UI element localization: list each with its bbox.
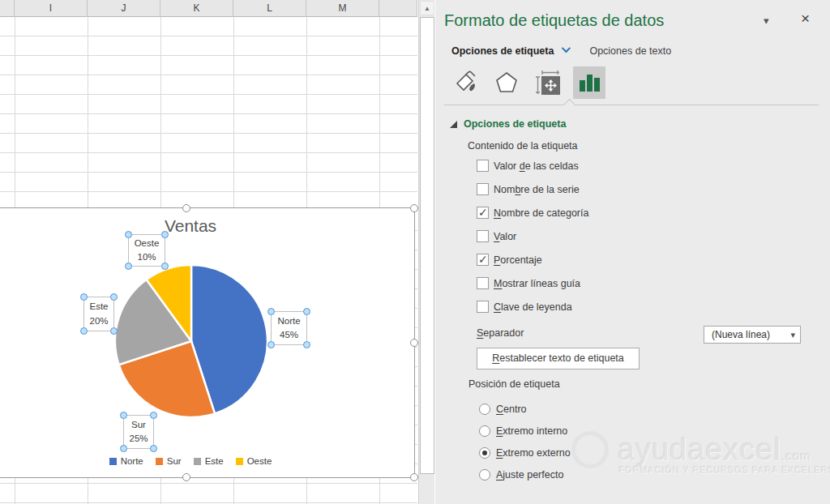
legend-swatch <box>194 458 201 465</box>
tab-opciones-de-texto[interactable]: Opciones de texto <box>589 45 671 57</box>
selected-tab-notch <box>563 99 576 112</box>
format-data-labels-pane: Formato de etiquetas de datos ▾ × Opcion… <box>435 0 830 504</box>
column-header-partial[interactable] <box>0 0 15 17</box>
chart-options-icon[interactable] <box>573 66 605 99</box>
column-headers: I J K L M <box>0 0 417 17</box>
pane-divider <box>444 105 819 105</box>
close-icon[interactable]: × <box>801 10 810 28</box>
radio-ajuste-perfecto[interactable]: Ajuste perfecto <box>479 469 563 481</box>
effects-icon[interactable] <box>490 66 523 99</box>
pentagon-icon <box>494 70 520 96</box>
restablecer-texto-button[interactable]: Restablecer texto de etiqueta <box>477 348 640 369</box>
checkbox-valor-de-las-celdas[interactable]: Valor de las celdas <box>477 160 579 172</box>
group-contenido-label: Contenido de la etiqueta <box>468 140 578 152</box>
selection-handle[interactable] <box>150 445 157 452</box>
radio-extremo-externo[interactable]: Extremo externo <box>479 447 571 459</box>
scroll-up-icon[interactable]: ▲ <box>420 1 434 15</box>
checkbox-mostrar-lineas-guia[interactable]: Mostrar líneas guía <box>477 277 580 289</box>
radio-extremo-interno[interactable]: Extremo interno <box>479 425 567 437</box>
selection-handle[interactable] <box>267 341 275 348</box>
scrollbar-thumb[interactable] <box>420 17 434 474</box>
separador-label: Separador <box>477 327 524 339</box>
column-header-I[interactable]: I <box>15 0 88 17</box>
legend-swatch <box>109 458 117 465</box>
tab-opciones-de-etiqueta[interactable]: Opciones de etiqueta <box>451 45 554 57</box>
chart-handle-top-right[interactable] <box>410 204 418 212</box>
vertical-scrollbar[interactable]: ▲ <box>418 0 434 504</box>
selection-handle[interactable] <box>110 327 118 335</box>
chart-handle-top[interactable] <box>182 204 190 212</box>
collapse-triangle-icon[interactable] <box>450 121 457 128</box>
chevron-down-icon[interactable] <box>562 44 571 53</box>
checkbox-valor[interactable]: Valor <box>477 230 516 242</box>
pie-chart[interactable] <box>0 208 416 479</box>
fill-line-icon[interactable] <box>449 66 481 99</box>
chart-handle-right[interactable] <box>410 339 418 347</box>
column-header-L[interactable]: L <box>233 0 306 17</box>
data-label-oeste[interactable]: Oeste 10% <box>128 234 165 267</box>
checkbox-nombre-de-la-serie[interactable]: Nombre de la serie <box>477 183 580 195</box>
legend-item-oeste[interactable]: Oeste <box>236 456 272 466</box>
checkbox[interactable] <box>477 230 489 242</box>
column-header-partial[interactable] <box>379 0 417 17</box>
section-opciones-de-etiqueta[interactable]: Opciones de etiqueta <box>450 118 566 130</box>
selection-handle[interactable] <box>120 445 127 452</box>
watermark-logo-icon <box>571 431 609 468</box>
legend-item-norte[interactable]: Norte <box>109 456 143 466</box>
selection-handle[interactable] <box>120 412 127 419</box>
selection-handle[interactable] <box>125 263 132 270</box>
radio-centro[interactable]: Centro <box>479 404 527 415</box>
checkbox-porcentaje[interactable]: Porcentaje <box>477 254 542 266</box>
checkbox-checked[interactable] <box>477 254 489 266</box>
pane-menu-chevron-icon[interactable]: ▾ <box>764 15 769 27</box>
checkbox[interactable] <box>477 160 489 172</box>
legend-item-este[interactable]: Este <box>194 456 224 466</box>
bar-chart-icon <box>580 74 600 92</box>
selection-handle[interactable] <box>150 412 157 419</box>
selection-handle[interactable] <box>80 293 88 301</box>
column-header-M[interactable]: M <box>306 0 379 17</box>
selection-handle[interactable] <box>125 231 132 238</box>
selection-handle[interactable] <box>303 308 310 315</box>
selection-handle[interactable] <box>303 341 310 348</box>
selection-handle[interactable] <box>80 327 88 335</box>
paint-bucket-icon <box>452 70 478 96</box>
selection-handle[interactable] <box>110 293 118 301</box>
selection-handle[interactable] <box>161 231 169 238</box>
chart-handle-bottom-right[interactable] <box>410 473 418 481</box>
legend-swatch <box>156 458 163 465</box>
column-header-K[interactable]: K <box>160 0 233 17</box>
data-label-este[interactable]: Este 20% <box>83 297 114 331</box>
pane-title: Formato de etiquetas de datos <box>444 11 664 30</box>
data-label-norte[interactable]: Norte 45% <box>271 311 307 345</box>
checkbox-clave-de-leyenda[interactable]: Clave de leyenda <box>477 301 572 313</box>
checkbox[interactable] <box>477 183 489 195</box>
column-header-J[interactable]: J <box>88 0 160 17</box>
separador-dropdown[interactable]: (Nueva línea) ▾ <box>704 326 801 344</box>
chart-legend[interactable]: Norte Sur Este Oeste <box>0 456 414 466</box>
radio-button[interactable] <box>479 469 490 481</box>
chart-handle-bottom[interactable] <box>182 473 190 481</box>
group-posicion-label: Posición de etiqueta <box>468 378 560 390</box>
checkbox[interactable] <box>477 277 489 289</box>
legend-swatch <box>236 458 243 465</box>
checkbox[interactable] <box>477 301 489 313</box>
data-label-sur[interactable]: Sur 25% <box>123 415 154 449</box>
pie-chart-object[interactable]: Ventas Norte 45% Sur 25% Este 20% Oeste … <box>0 207 415 478</box>
radio-button-selected[interactable] <box>479 447 490 459</box>
checkbox-nombre-de-categoria[interactable]: Nombre de categoría <box>477 207 588 219</box>
radio-button[interactable] <box>479 404 490 415</box>
radio-button[interactable] <box>479 425 490 437</box>
size-arrows-icon <box>534 69 562 96</box>
selection-handle[interactable] <box>161 263 169 270</box>
checkbox-checked[interactable] <box>477 207 489 219</box>
legend-item-sur[interactable]: Sur <box>156 456 182 466</box>
selection-handle[interactable] <box>267 308 275 315</box>
size-properties-icon[interactable] <box>532 66 564 99</box>
dropdown-chevron-icon: ▾ <box>790 327 795 343</box>
